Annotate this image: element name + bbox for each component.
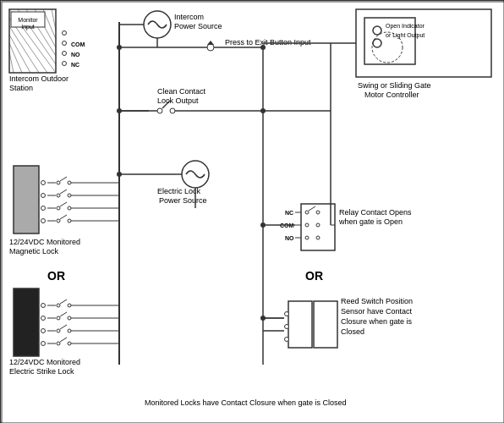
svg-point-145: [316, 236, 320, 239]
svg-point-167: [117, 108, 122, 113]
svg-point-143: [316, 223, 320, 227]
svg-point-47: [117, 45, 122, 50]
svg-point-74: [68, 206, 71, 210]
svg-text:12/24VDC Monitored: 12/24VDC Monitored: [9, 358, 80, 366]
svg-point-19: [63, 62, 67, 66]
svg-point-94: [57, 304, 60, 307]
svg-point-156: [285, 325, 289, 329]
svg-text:Relay Contact Opens: Relay Contact Opens: [339, 208, 412, 217]
svg-point-60: [41, 219, 46, 223]
svg-text:Swing or Sliding Gate: Swing or Sliding Gate: [358, 81, 431, 90]
svg-point-92: [41, 342, 46, 346]
svg-point-77: [57, 219, 60, 222]
svg-text:Clean Contact: Clean Contact: [157, 87, 206, 96]
svg-text:Intercom: Intercom: [174, 13, 204, 21]
svg-point-57: [41, 181, 46, 185]
svg-text:Power Source: Power Source: [174, 22, 222, 30]
svg-point-106: [68, 329, 71, 332]
svg-text:NC: NC: [71, 62, 79, 68]
svg-text:Lock Output: Lock Output: [157, 96, 199, 105]
svg-point-72: [57, 206, 60, 210]
svg-point-55: [117, 172, 122, 177]
svg-point-99: [57, 316, 60, 320]
svg-text:Sensor have Contact: Sensor have Contact: [341, 307, 413, 316]
svg-point-155: [285, 312, 289, 316]
svg-point-64: [68, 181, 71, 184]
svg-text:NO: NO: [285, 235, 294, 241]
svg-point-101: [68, 316, 71, 320]
svg-point-40: [170, 108, 175, 113]
svg-point-31: [207, 44, 214, 51]
svg-point-91: [41, 329, 46, 333]
svg-text:when gate is Open: when gate is Open: [338, 217, 403, 226]
svg-text:Monitor: Monitor: [18, 17, 38, 23]
svg-point-69: [68, 194, 71, 197]
svg-text:Open Indicator: Open Indicator: [386, 23, 425, 30]
svg-point-38: [157, 108, 162, 113]
svg-point-59: [41, 206, 46, 211]
svg-text:Intercom Outdoor: Intercom Outdoor: [9, 74, 68, 83]
svg-text:Reed Switch Position: Reed Switch Position: [341, 297, 413, 305]
svg-point-142: [305, 223, 309, 227]
svg-text:OR: OR: [305, 269, 323, 283]
svg-point-141: [316, 211, 320, 214]
svg-point-90: [41, 316, 46, 321]
svg-point-18: [63, 52, 67, 56]
svg-text:COM: COM: [71, 41, 85, 47]
svg-point-67: [57, 194, 60, 197]
svg-point-111: [68, 342, 71, 345]
svg-text:Closed: Closed: [341, 327, 364, 336]
svg-point-58: [41, 194, 46, 198]
svg-point-79: [68, 219, 71, 222]
svg-rect-56: [14, 166, 39, 233]
svg-rect-154: [314, 301, 337, 348]
svg-text:Closure when gate is: Closure when gate is: [341, 317, 413, 326]
svg-text:Motor Controller: Motor Controller: [364, 91, 419, 99]
svg-point-89: [41, 304, 46, 308]
svg-point-131: [260, 45, 266, 50]
svg-text:Electric Lock: Electric Lock: [157, 187, 201, 195]
svg-point-96: [68, 304, 71, 307]
svg-text:Press to Exit Button Input: Press to Exit Button Input: [225, 38, 311, 47]
svg-point-157: [285, 338, 289, 342]
svg-point-16: [63, 31, 67, 36]
svg-text:NO: NO: [71, 52, 80, 58]
svg-text:Station: Station: [9, 84, 33, 92]
svg-rect-153: [288, 301, 312, 348]
svg-text:Magnetic Lock: Magnetic Lock: [9, 247, 59, 255]
svg-point-104: [57, 329, 60, 332]
svg-text:Input: Input: [21, 24, 35, 30]
svg-rect-88: [14, 288, 39, 356]
svg-text:12/24VDC Monitored: 12/24VDC Monitored: [9, 238, 80, 246]
svg-point-139: [305, 211, 309, 214]
svg-text:Monitored Locks have Contact C: Monitored Locks have Contact Closure whe…: [145, 398, 347, 407]
wiring-diagram: Monitor Input COM NO NC Intercom Outdoor…: [0, 0, 504, 423]
svg-text:Electric Strike Lock: Electric Strike Lock: [9, 367, 74, 376]
svg-text:or Light Output: or Light Output: [386, 32, 425, 39]
svg-point-147: [260, 222, 266, 228]
svg-text:Power Source: Power Source: [159, 196, 207, 205]
svg-text:NC: NC: [285, 210, 293, 216]
svg-point-121: [373, 26, 381, 35]
svg-text:OR: OR: [47, 269, 65, 283]
svg-point-144: [305, 236, 309, 239]
svg-point-17: [63, 41, 67, 46]
svg-point-109: [57, 342, 60, 345]
svg-point-62: [57, 181, 60, 184]
